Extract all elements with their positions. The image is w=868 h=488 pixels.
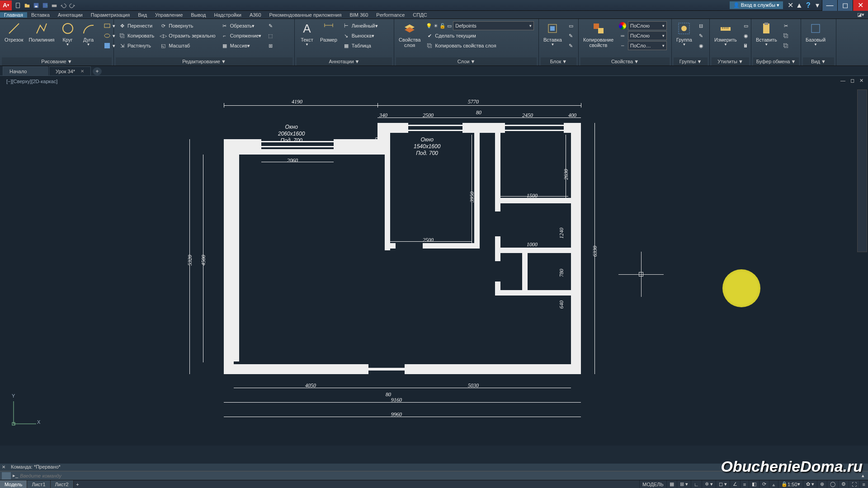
modify-extra2-icon[interactable]: ⬚ xyxy=(265,31,278,41)
minimize-button[interactable]: — xyxy=(822,0,837,11)
polar-toggle[interactable]: ✲ ▾ xyxy=(702,480,716,488)
cleanscreen-toggle[interactable]: ⛶ xyxy=(849,480,859,488)
help-dropdown-icon[interactable]: ▾ xyxy=(813,1,821,9)
layout2-tab[interactable]: Лист2 xyxy=(51,480,74,488)
exchange-icon[interactable]: ✕ xyxy=(786,1,794,9)
ungroup-icon[interactable]: ⊟ xyxy=(696,21,708,31)
tab-output[interactable]: Вывод xyxy=(187,12,210,18)
layout1-tab[interactable]: Лист1 xyxy=(27,480,50,488)
panel-layers-title[interactable]: Слои ▼ xyxy=(396,57,537,66)
hardware-toggle[interactable]: ⚙ xyxy=(838,480,849,488)
tab-featured[interactable]: Рекомендованные приложения xyxy=(265,12,346,18)
add-layout-button[interactable]: + xyxy=(74,480,82,488)
copy-base-icon[interactable]: ⿻ xyxy=(781,41,793,51)
fillet-button[interactable]: ⌐Сопряжение ▾ xyxy=(219,31,264,41)
arc-button[interactable]: Дуга▼ xyxy=(78,20,99,47)
block-create-icon[interactable]: ▭ xyxy=(566,21,578,31)
isolate-toggle[interactable]: ◯ xyxy=(827,480,838,488)
layer-properties-button[interactable]: Свойства слоя xyxy=(396,20,423,49)
scale-selector[interactable]: 🔒 1:50 ▾ xyxy=(778,480,802,488)
tab-home[interactable]: Главная xyxy=(0,12,27,18)
ribbon-collapse-icon[interactable]: ◪▾ xyxy=(853,12,868,18)
leader-button[interactable]: ↘Выноска ▾ xyxy=(341,31,380,41)
match-properties-button[interactable]: Копирование свойств xyxy=(580,20,616,49)
panel-view-title[interactable]: Вид ▼ xyxy=(803,57,834,66)
close-button[interactable]: ✕ xyxy=(853,0,868,11)
match-layer-button[interactable]: ⿻Копировать свойства слоя xyxy=(424,41,536,51)
panel-clipboard-title[interactable]: Буфер обмена ▼ xyxy=(753,57,799,66)
save-icon[interactable] xyxy=(32,1,40,9)
viewport-label[interactable]: [−][Сверху][2D-каркас] xyxy=(6,79,57,84)
saveas-icon[interactable] xyxy=(41,1,49,9)
new-icon[interactable] xyxy=(14,1,22,9)
tab-spds[interactable]: СПДС xyxy=(409,12,431,18)
layer-selector[interactable]: 💡☀🔓▭Defpoints xyxy=(424,21,536,31)
command-prompt-icon[interactable] xyxy=(2,472,11,479)
panel-properties-title[interactable]: Свойства ▼ xyxy=(580,57,670,66)
trim-button[interactable]: ✂Обрезать ▾ xyxy=(219,21,264,31)
navigation-bar[interactable] xyxy=(857,89,867,252)
help-icon[interactable]: ? xyxy=(804,1,812,9)
copy-clip-icon[interactable]: ⿻ xyxy=(781,31,793,41)
panel-draw-title[interactable]: Рисование ▼ xyxy=(2,57,112,66)
viewport-controls[interactable]: — ◻ ✕ xyxy=(840,78,865,84)
cut-icon[interactable]: ✂ xyxy=(781,21,793,31)
open-icon[interactable] xyxy=(23,1,31,9)
cycling-toggle[interactable]: ⟳ xyxy=(759,480,769,488)
dimension-button[interactable]: Размер xyxy=(317,20,340,43)
linetype-selector[interactable]: ┄ПоСло… xyxy=(617,41,669,51)
modify-extra1-icon[interactable]: ✎ xyxy=(265,21,278,31)
block-attr-icon[interactable]: ✎ xyxy=(566,41,578,51)
tab-performance[interactable]: Performance xyxy=(372,12,409,18)
ortho-toggle[interactable]: ∟ xyxy=(691,480,702,488)
tab-insert[interactable]: Вставка xyxy=(27,12,54,18)
measure-button[interactable]: Измерить▼ xyxy=(712,20,740,47)
array-button[interactable]: ▦Массив ▾ xyxy=(219,41,264,51)
infocenter-icon[interactable]: ▲ xyxy=(795,1,803,9)
osnap-toggle[interactable]: ◻ ▾ xyxy=(716,480,730,488)
polyline-button[interactable]: Полилиния xyxy=(26,20,57,43)
table-button[interactable]: ▦Таблица xyxy=(341,41,380,51)
workspace-toggle[interactable]: ✿ ▾ xyxy=(803,480,817,488)
close-tab-icon[interactable]: ✕ xyxy=(80,69,84,74)
text-button[interactable]: AТекст▼ xyxy=(297,20,317,47)
tab-annotate[interactable]: Аннотации xyxy=(54,12,87,18)
circle-button[interactable]: Круг▼ xyxy=(57,20,78,47)
move-button[interactable]: ✥Перенести xyxy=(117,21,156,31)
color-selector[interactable]: ПоСлою xyxy=(617,21,669,31)
annomonitor-toggle[interactable]: ⊕ xyxy=(817,480,827,488)
ucs-icon[interactable]: Y X xyxy=(9,397,41,429)
panel-annotation-title[interactable]: Аннотации ▼ xyxy=(297,57,392,66)
modelspace-toggle[interactable]: МОДЕЛЬ xyxy=(639,480,666,488)
panel-modify-title[interactable]: Редактирование ▼ xyxy=(116,57,292,66)
copy-button[interactable]: ⿻Копировать xyxy=(117,31,156,41)
app-menu-button[interactable]: A▾ xyxy=(0,0,12,10)
start-tab[interactable]: Начало xyxy=(3,66,48,75)
maximize-button[interactable]: ◻ xyxy=(837,0,853,11)
block-edit-icon[interactable]: ✎ xyxy=(566,31,578,41)
line-button[interactable]: Отрезок xyxy=(2,20,26,43)
cmd-close-icon[interactable]: ✕ xyxy=(2,465,5,469)
drawing-tab[interactable]: Урок 34*✕ xyxy=(49,66,91,75)
annoscale-toggle[interactable]: ⟁ xyxy=(769,480,778,488)
mirror-button[interactable]: ◁▷Отразить зеркально xyxy=(158,31,217,41)
panel-groups-title[interactable]: Группы ▼ xyxy=(674,57,708,66)
stretch-button[interactable]: ⇲Растянуть xyxy=(117,41,156,51)
insert-block-button[interactable]: Вставка▼ xyxy=(541,20,565,47)
undo-icon[interactable] xyxy=(59,1,67,9)
group-button[interactable]: Группа▼ xyxy=(674,20,695,47)
tab-bim360[interactable]: BIM 360 xyxy=(345,12,372,18)
model-tab[interactable]: Модель xyxy=(0,480,27,488)
plot-icon[interactable] xyxy=(50,1,58,9)
make-current-button[interactable]: ✔Сделать текущим xyxy=(424,31,536,41)
grid-toggle[interactable]: ▦ xyxy=(666,480,677,488)
tab-manage[interactable]: Управление xyxy=(151,12,187,18)
paste-button[interactable]: Вставить▼ xyxy=(753,20,780,47)
panel-block-title[interactable]: Блок ▼ xyxy=(541,57,576,66)
scale-button[interactable]: ◱Масштаб xyxy=(158,41,217,51)
tab-a360[interactable]: A360 xyxy=(245,12,265,18)
group-edit-icon[interactable]: ✎ xyxy=(696,31,708,41)
tab-addins[interactable]: Надстройки xyxy=(210,12,245,18)
linear-dim-button[interactable]: ⊢Линейный ▾ xyxy=(341,21,380,31)
group-sel-icon[interactable]: ◉ xyxy=(696,41,708,51)
